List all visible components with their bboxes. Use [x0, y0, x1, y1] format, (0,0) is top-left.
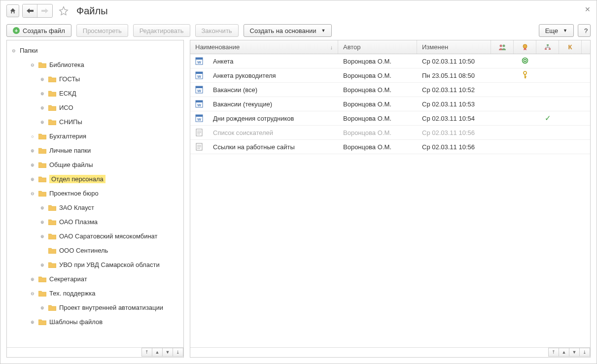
table-row[interactable]: WВакансии (все)Воронцова О.М.Ср 02.03.11…	[190, 83, 590, 97]
flag-cell	[514, 71, 536, 80]
expand-icon[interactable]: ⊕	[30, 277, 35, 282]
tree-item[interactable]: ⊕ЕСКД	[7, 86, 183, 100]
tree-root[interactable]: ⊖ Папки	[7, 43, 183, 58]
file-author: Воронцова О.М.	[338, 72, 417, 79]
table-row[interactable]: WАнкетаВоронцова О.М.Ср 02.03.11 10:50	[190, 54, 590, 68]
expand-icon[interactable]: ○	[30, 134, 35, 139]
folder-icon	[38, 190, 46, 197]
file-modified: Ср 02.03.11 10:54	[417, 115, 491, 122]
tree-item-label: УВО при УВД Самарской области	[59, 261, 160, 268]
scroll-bottom-button[interactable]: ⤓	[579, 348, 590, 357]
tree-item[interactable]: ⊕Общие файлы	[7, 158, 183, 172]
expand-icon[interactable]: ⊕	[39, 77, 45, 82]
create-from-button[interactable]: Создать на основании ▼	[244, 24, 332, 37]
file-type-icon: W	[190, 100, 208, 108]
table-row[interactable]: WДни рождения сотрудниковВоронцова О.М.С…	[190, 111, 590, 126]
tree-item[interactable]: ⊖Библиотека	[7, 58, 183, 72]
tree-item[interactable]: ⊕ИСО	[7, 100, 183, 115]
more-button[interactable]: Еще ▼	[539, 24, 574, 37]
table-row[interactable]: Список соискателейВоронцова О.М.Ср 02.03…	[190, 126, 590, 140]
expand-icon[interactable]: ⊕	[39, 305, 45, 310]
tree-footer: ⤒ ▲ ▼ ⤓	[7, 347, 183, 357]
scroll-down-button[interactable]: ▼	[162, 348, 173, 357]
column-k[interactable]: К	[559, 40, 582, 54]
forward-button[interactable]	[37, 4, 52, 17]
finish-button[interactable]: Закончить	[195, 24, 239, 37]
column-hierarchy[interactable]	[536, 40, 559, 54]
expand-icon[interactable]: ⊕	[39, 263, 45, 267]
home-button[interactable]	[6, 4, 19, 17]
folder-tree[interactable]: ⊖ Папки ⊖Библиотека⊕ГОСТы⊕ЕСКД⊕ИСО⊕СНИПы…	[7, 40, 183, 347]
tree-item[interactable]: ⊕Шаблоны файлов	[7, 315, 183, 329]
folder-icon	[48, 233, 56, 239]
tree-item-label: Тех. поддержка	[49, 290, 95, 297]
tree-item[interactable]: ООО Сентинель	[7, 243, 183, 258]
scroll-top-button[interactable]: ⤒	[141, 348, 152, 357]
tree-item-label: ООО Сентинель	[59, 247, 108, 254]
column-author[interactable]: Автор	[338, 40, 417, 54]
tree-item-label: Шаблоны файлов	[49, 318, 103, 326]
check-icon: ✓	[545, 114, 551, 122]
collapse-icon[interactable]: ⊖	[11, 48, 17, 53]
close-button[interactable]: ✕	[585, 5, 591, 13]
file-modified: Ср 02.03.11 10:52	[417, 86, 491, 94]
tree-item-label: ГОСТы	[59, 75, 80, 83]
create-file-button[interactable]: + Создать файл	[6, 24, 71, 37]
scroll-top-button[interactable]: ⤒	[548, 348, 559, 357]
table-body[interactable]: WАнкетаВоронцова О.М.Ср 02.03.11 10:50WА…	[190, 54, 590, 347]
tree-item[interactable]: ○Бухгалтерия	[7, 129, 183, 143]
expand-icon[interactable]: ⊕	[39, 105, 45, 110]
tree-item[interactable]: ⊕Секретариат	[7, 272, 183, 286]
tree-item[interactable]: ⊕ОАО Саратовский мясокомбинат	[7, 229, 183, 243]
expand-icon[interactable]: ⊕	[30, 320, 35, 325]
expand-icon[interactable]: ⊖	[30, 191, 35, 196]
column-name[interactable]: Наименование ↓	[190, 40, 338, 54]
scroll-up-button[interactable]: ▲	[152, 348, 163, 357]
help-button[interactable]: ?	[578, 24, 591, 37]
expand-icon[interactable]: ⊕	[30, 163, 35, 167]
favorite-icon[interactable]	[59, 6, 69, 16]
column-modified[interactable]: Изменен	[417, 40, 491, 54]
table-row[interactable]: WВакансии (текущие)Воронцова О.М.Ср 02.0…	[190, 97, 590, 111]
svg-point-10	[524, 59, 527, 62]
tree-item[interactable]: ⊕Личные папки	[7, 143, 183, 158]
back-button[interactable]	[23, 4, 37, 17]
tree-item[interactable]: ⊕ОАО Плазма	[7, 215, 183, 229]
tree-item[interactable]: ⊕ЗАО Клауст	[7, 200, 183, 215]
tree-item-label: Отдел персонала	[49, 175, 105, 183]
tree-item[interactable]: ⊕Отдел персонала	[7, 172, 183, 186]
table-row[interactable]: WАнкета руководителяВоронцова О.М.Пн 23.…	[190, 68, 590, 83]
expand-icon[interactable]: ⊕	[39, 91, 45, 96]
expand-icon[interactable]: ⊕	[30, 177, 35, 182]
view-button[interactable]: Просмотреть	[76, 24, 128, 37]
expand-icon[interactable]: ⊕	[39, 120, 45, 125]
expand-icon[interactable]: ⊖	[30, 291, 35, 296]
expand-icon[interactable]: ⊕	[39, 234, 45, 239]
tree-item[interactable]: ⊕Проект внутренней автоматизации	[7, 300, 183, 315]
tree-item[interactable]: ⊖Тех. поддержка	[7, 286, 183, 300]
expand-icon[interactable]: ⊕	[39, 220, 45, 225]
tree-item[interactable]: ⊕УВО при УВД Самарской области	[7, 258, 183, 272]
expand-icon[interactable]: ⊖	[30, 63, 35, 67]
svg-rect-17	[525, 77, 526, 78]
file-type-icon: W	[190, 114, 208, 122]
column-users[interactable]	[491, 40, 514, 54]
edit-button[interactable]: Редактировать	[133, 24, 190, 37]
svg-point-9	[523, 58, 528, 63]
scroll-bottom-button[interactable]: ⤓	[173, 348, 183, 357]
svg-point-14	[524, 71, 527, 74]
column-badge[interactable]	[514, 40, 536, 54]
tree-item[interactable]: ⊕СНИПы	[7, 115, 183, 129]
tree-item-label: ЗАО Клауст	[59, 204, 94, 211]
window: Файлы ✕ + Создать файл Просмотреть Редак…	[0, 0, 597, 364]
expand-icon[interactable]: ⊕	[39, 205, 45, 210]
tree-item[interactable]: ⊕ГОСТы	[7, 72, 183, 86]
expand-icon[interactable]: ⊕	[30, 148, 35, 153]
file-type-icon	[190, 143, 208, 151]
scroll-down-button[interactable]: ▼	[569, 348, 580, 357]
tree-item[interactable]: ⊖Проектное бюро	[7, 186, 183, 200]
table-row[interactable]: Ссылки на работные сайтыВоронцова О.М.Ср…	[190, 140, 590, 154]
folder-icon	[38, 176, 46, 182]
scroll-up-button[interactable]: ▲	[559, 348, 569, 357]
folder-icon	[48, 204, 56, 211]
